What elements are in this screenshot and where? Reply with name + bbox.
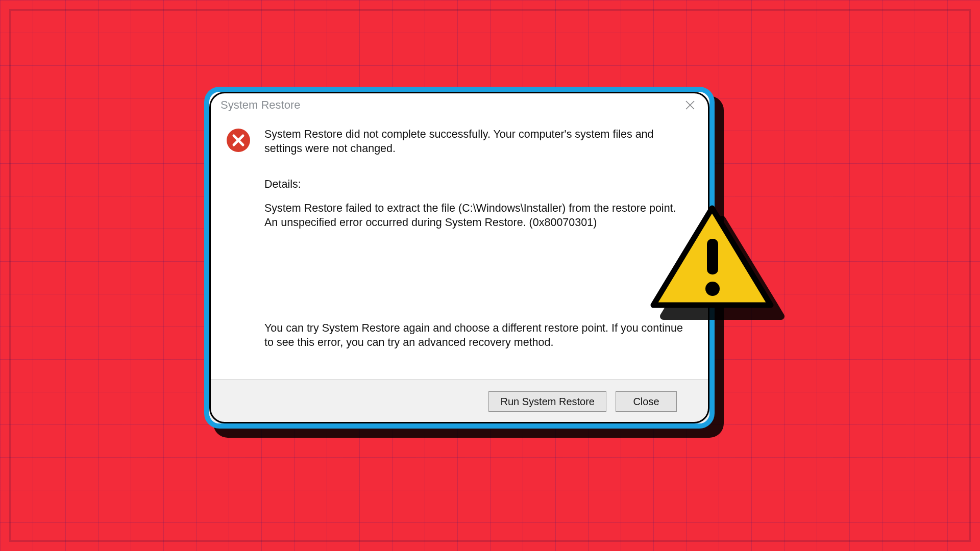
details-line-1: System Restore failed to extract the fil… [264,202,684,216]
dialog-footer: Run System Restore Close [209,379,709,423]
details-line-2: An unspecified error occurred during Sys… [264,216,684,230]
details-label: Details: [264,178,684,192]
titlebar: System Restore [209,92,709,118]
dialog-content: System Restore did not complete successf… [209,118,709,349]
close-icon[interactable] [680,95,700,115]
dialog-title: System Restore [220,98,301,112]
suggestion-text: You can try System Restore again and cho… [264,321,684,349]
error-message: System Restore did not complete successf… [264,128,684,157]
close-button[interactable]: Close [616,391,677,412]
system-restore-dialog: System Restore System Restore did not co… [204,87,715,429]
svg-point-8 [705,282,720,296]
svg-rect-7 [707,239,718,274]
warning-triangle-icon [648,203,776,315]
run-system-restore-button[interactable]: Run System Restore [488,391,606,412]
error-icon [226,128,251,157]
